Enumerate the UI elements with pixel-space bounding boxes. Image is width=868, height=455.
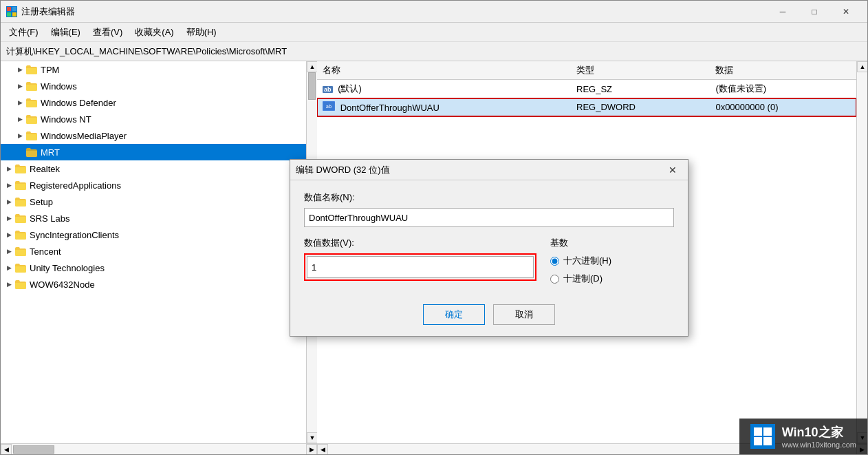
svg-text:ab: ab [326,104,332,109]
menu-favorites[interactable]: 收藏夹(A) [129,24,179,41]
table-row-dont-offer[interactable]: ab DontOfferThroughWUAU REG_DWORD 0x0000… [317,98,856,116]
radio-hex[interactable]: 十六进制(H) [550,255,674,267]
radio-dec[interactable]: 十进制(D) [550,273,674,285]
watermark-title: Win10之家 [782,424,856,441]
data-field-input[interactable] [307,256,534,278]
folder-icon-nt [25,114,38,125]
row-default-data: (数值未设置) [710,80,856,98]
cancel-button[interactable]: 取消 [493,304,555,325]
tree-label-windows: Windows [41,81,77,92]
svg-rect-0 [7,7,11,11]
folder-icon-tpm [25,64,38,75]
col-header-name: 名称 [317,61,571,80]
tree-item-unity[interactable]: ▶ Unity Technologies [1,260,306,276]
values-scroll-up-btn[interactable]: ▲ [857,61,867,72]
tree-item-realtek[interactable]: ▶ Realtek [1,160,306,177]
maximize-button[interactable]: □ [799,1,830,23]
svg-rect-1 [12,7,17,11]
col-header-data: 数据 [710,61,856,80]
tree-pane-wrapper: ▶ TPM ▶ [1,61,317,454]
dialog-close-button[interactable]: ✕ [663,162,682,178]
name-field-label: 数值名称(N): [304,191,674,204]
dialog-title-bar: 编辑 DWORD (32 位)值 ✕ [290,160,688,180]
tree-label-regapps: RegisteredApplications [30,180,121,191]
row-dont-offer-type: REG_DWORD [571,98,710,116]
expand-arrow-nt: ▶ [14,114,25,125]
svg-rect-7 [754,427,762,436]
folder-icon-regapps [14,180,27,191]
folder-icon-sync [14,229,27,240]
dword-icon: ab [323,101,335,111]
tree-item-wow[interactable]: ▶ WOW6432Node [1,276,306,293]
tree-pane: ▶ TPM ▶ [1,61,306,443]
ok-button[interactable]: 确定 [423,304,485,325]
menu-view[interactable]: 查看(V) [87,24,128,41]
watermark-url: www.win10xitong.com [782,441,856,449]
window-controls: ─ □ ✕ [767,1,862,23]
values-scrollbar-v: ▲ ▼ [856,61,867,443]
svg-rect-10 [763,437,772,445]
svg-rect-9 [754,437,762,445]
name-field-input[interactable] [304,208,674,227]
tree-item-sync[interactable]: ▶ SyncIntegrationClients [1,226,306,243]
tree-item-defender[interactable]: ▶ Windows Defender [1,94,306,111]
menu-bar: 文件(F) 编辑(E) 查看(V) 收藏夹(A) 帮助(H) [1,23,867,42]
radio-hex-input[interactable] [550,257,559,266]
col-header-type: 类型 [571,61,710,80]
base-label: 基数 [550,237,674,249]
expand-arrow-setup: ▶ [3,196,14,207]
expand-arrow-sync: ▶ [3,229,14,240]
expand-arrow-windows: ▶ [14,81,25,92]
expand-arrow-regapps: ▶ [3,180,14,191]
tree-item-mrt[interactable]: MRT [1,144,306,160]
row-dont-offer-name: ab DontOfferThroughWUAU [317,98,571,116]
tree-item-regapps[interactable]: ▶ RegisteredApplications [1,177,306,193]
address-bar: 计算机\HKEY_LOCAL_MACHINE\SOFTWARE\Policies… [1,42,867,61]
table-row[interactable]: ab (默认) REG_SZ (数值未设置) [317,80,856,98]
tree-label-tpm: TPM [41,65,59,75]
tree-item-windows[interactable]: ▶ Windows [1,78,306,94]
watermark-text: Win10之家 www.win10xitong.com [782,424,856,449]
edit-dword-dialog: 编辑 DWORD (32 位)值 ✕ 数值名称(N): 数值数据(V): 基数 … [290,159,688,337]
dialog-body: 数值名称(N): 数值数据(V): 基数 十六进制(H) [290,180,688,336]
tree-label-nt: Windows NT [41,114,91,125]
expand-arrow-tencent: ▶ [3,246,14,257]
tree-scroll-left-btn[interactable]: ◀ [1,444,12,455]
tree-item-tpm[interactable]: ▶ TPM [1,61,306,78]
tree-item-wmp[interactable]: ▶ WindowsMediaPlayer [1,127,306,144]
expand-arrow-wmp: ▶ [14,130,25,141]
expand-arrow-wow: ▶ [3,279,14,290]
close-button[interactable]: ✕ [830,1,862,23]
tree-label-srs: SRS Labs [30,213,70,224]
folder-icon-unity [14,262,27,273]
tree-scroll-thumb-h[interactable] [13,445,54,454]
menu-edit[interactable]: 编辑(E) [45,24,86,41]
tree-item-srs[interactable]: ▶ SRS Labs [1,210,306,226]
folder-icon-wow [14,279,27,290]
radio-dec-input[interactable] [550,275,559,284]
expand-arrow-tpm: ▶ [14,64,25,75]
svg-rect-2 [7,12,11,17]
tree-scroll-up-btn[interactable]: ▲ [307,61,317,72]
menu-file[interactable]: 文件(F) [3,24,44,41]
tree-label-realtek: Realtek [30,164,60,174]
tree-label-wow: WOW6432Node [30,279,95,290]
value-data-section: 数值数据(V): 基数 十六进制(H) 十进制(D) [304,237,674,290]
tree-label-defender: Windows Defender [41,98,116,108]
tree-scroll-down-btn[interactable]: ▼ [307,432,317,443]
tree-item-tencent[interactable]: ▶ Tencent [1,243,306,260]
address-path: 计算机\HKEY_LOCAL_MACHINE\SOFTWARE\Policies… [6,45,287,58]
data-field-label: 数值数据(V): [304,237,536,249]
folder-icon-mrt [25,147,38,158]
tree-item-setup[interactable]: ▶ Setup [1,193,306,210]
tree-scroll-thumb[interactable] [308,72,316,100]
values-scroll-left-btn[interactable]: ◀ [317,444,328,455]
ab-icon: ab [323,86,333,93]
tree-item-windows-nt[interactable]: ▶ Windows NT [1,111,306,127]
menu-help[interactable]: 帮助(H) [181,24,222,41]
dialog-buttons: 确定 取消 [304,304,674,325]
radio-hex-label: 十六进制(H) [563,255,611,267]
minimize-button[interactable]: ─ [767,1,799,23]
tree-scroll-right-btn[interactable]: ▶ [306,444,317,455]
folder-icon-defender [25,97,38,108]
